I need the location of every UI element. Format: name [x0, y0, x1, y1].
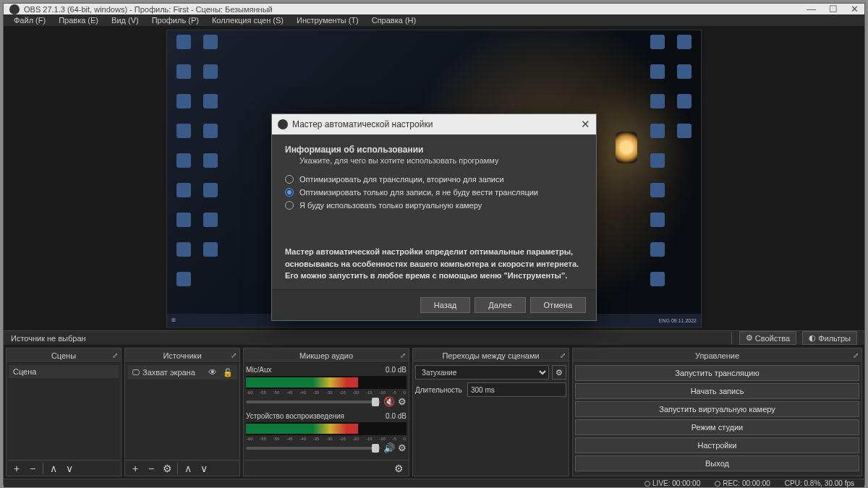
- live-status: LIVE: 00:00:00: [652, 479, 700, 487]
- remove-source-button[interactable]: −: [144, 462, 158, 475]
- controls-title: Управление: [695, 351, 739, 360]
- settings-button[interactable]: Настройки: [575, 437, 859, 453]
- menu-scene-collection[interactable]: Коллекция сцен (S): [206, 14, 289, 26]
- sources-title: Источники: [163, 351, 201, 360]
- filter-icon: ◐: [809, 333, 816, 343]
- radio-icon: [285, 201, 294, 210]
- visibility-icon[interactable]: 👁: [208, 367, 217, 377]
- auto-config-wizard: Мастер автоматической настройки ✕ Информ…: [271, 114, 597, 321]
- minimize-button[interactable]: —: [807, 4, 816, 14]
- source-toolbar: Источник не выбран Свойства ◐Фильтры: [4, 330, 864, 346]
- channel-name: Mic/Aux: [246, 366, 272, 374]
- scenes-title: Сцены: [51, 351, 76, 360]
- wizard-titlebar: Мастер автоматической настройки ✕: [272, 114, 596, 134]
- duration-input[interactable]: [467, 382, 566, 397]
- preview-area: ⊞ENG 09.11.2022 Мастер автоматической на…: [4, 27, 864, 330]
- channel-name: Устройство воспроизведения: [246, 412, 344, 420]
- volume-slider[interactable]: [246, 447, 380, 450]
- menu-view[interactable]: Вид (V): [106, 14, 145, 26]
- wizard-option-virtualcam[interactable]: Я буду использовать только виртуальную к…: [285, 201, 583, 210]
- live-indicator-icon: [644, 481, 650, 487]
- wizard-option-streaming[interactable]: Оптимизировать для трансляции, вторично …: [285, 175, 583, 184]
- menu-edit[interactable]: Правка (E): [53, 14, 104, 26]
- controls-dock: Управление⤢ Запустить трансляцию Начать …: [572, 348, 862, 476]
- sources-dock: Источники⤢ 🖵Захват экрана👁🔓 + − ∧ ∨: [124, 348, 240, 476]
- popout-icon[interactable]: ⤢: [112, 351, 118, 359]
- cpu-status: CPU: 0.8%, 30.00 fps: [785, 479, 854, 487]
- channel-settings-button[interactable]: [398, 396, 407, 407]
- audio-meter: [246, 422, 407, 435]
- close-button[interactable]: ✕: [851, 4, 859, 14]
- source-down-button[interactable]: ∨: [197, 462, 211, 475]
- titlebar: OBS 27.1.3 (64-bit, windows) - Профиль: …: [4, 4, 864, 14]
- audio-mixer-dock: Микшер аудио⤢ Mic/Aux0.0 dB -60-55-50-45…: [243, 348, 409, 476]
- wizard-next-button[interactable]: Далее: [475, 297, 525, 313]
- wizard-info-1: Мастер автоматической настройки определи…: [285, 247, 579, 268]
- popout-icon[interactable]: ⤢: [231, 351, 237, 359]
- lock-icon[interactable]: 🔓: [223, 368, 233, 377]
- source-item[interactable]: 🖵Захват экрана👁🔓: [127, 365, 237, 380]
- app-window: OBS 27.1.3 (64-bit, windows) - Профиль: …: [3, 3, 865, 485]
- radio-icon: [285, 188, 294, 197]
- obs-logo-icon: [9, 4, 20, 14]
- wizard-cancel-button[interactable]: Отмена: [530, 297, 586, 313]
- start-streaming-button[interactable]: Запустить трансляцию: [575, 365, 859, 381]
- menubar: Файл (F) Правка (E) Вид (V) Профиль (P) …: [4, 14, 864, 27]
- add-source-button[interactable]: +: [128, 462, 142, 475]
- wizard-title: Мастер автоматической настройки: [292, 119, 433, 129]
- wizard-back-button[interactable]: Назад: [420, 297, 471, 313]
- start-recording-button[interactable]: Начать запись: [575, 383, 859, 399]
- transition-settings-button[interactable]: [552, 365, 566, 380]
- transitions-dock: Переходы между сценами⤢ Затухание Длител…: [412, 348, 569, 476]
- title-text: OBS 27.1.3 (64-bit, windows) - Профиль: …: [24, 5, 273, 14]
- wizard-info-2: Его можно запустить в любое время с помо…: [285, 271, 567, 280]
- popout-icon[interactable]: ⤢: [853, 351, 859, 359]
- source-settings-button[interactable]: [160, 462, 174, 475]
- obs-logo-icon: [278, 119, 288, 129]
- wizard-option-recording[interactable]: Оптимизировать только для записи, я не б…: [285, 188, 583, 197]
- channel-settings-button[interactable]: [398, 442, 407, 453]
- rec-status: REC: 00:00:00: [723, 479, 770, 487]
- add-scene-button[interactable]: +: [9, 462, 24, 475]
- gear-icon: [746, 333, 753, 343]
- popout-icon[interactable]: ⤢: [560, 351, 566, 359]
- popout-icon[interactable]: ⤢: [400, 351, 406, 359]
- transition-select[interactable]: Затухание: [415, 365, 549, 380]
- properties-button[interactable]: Свойства: [739, 331, 796, 345]
- duration-label: Длительность: [415, 386, 464, 394]
- menu-tools[interactable]: Инструменты (T): [291, 14, 365, 26]
- channel-db: 0.0 dB: [386, 366, 407, 374]
- statusbar: LIVE: 00:00:00 REC: 00:00:00 CPU: 0.8%, …: [4, 479, 864, 487]
- mute-icon[interactable]: 🔇: [383, 396, 395, 407]
- wizard-subtitle: Укажите, для чего вы хотите использовать…: [299, 156, 583, 165]
- mixer-settings-button[interactable]: [391, 462, 406, 475]
- maximize-button[interactable]: ☐: [829, 4, 838, 14]
- display-icon: 🖵: [132, 368, 140, 377]
- scene-up-button[interactable]: ∧: [46, 462, 61, 475]
- menu-profile[interactable]: Профиль (P): [146, 14, 205, 26]
- scene-item[interactable]: Сцена: [9, 365, 119, 378]
- radio-icon: [285, 175, 294, 184]
- scenes-dock: Сцены⤢ Сцена + − ∧ ∨: [6, 348, 122, 476]
- source-up-button[interactable]: ∧: [181, 462, 195, 475]
- start-virtualcam-button[interactable]: Запустить виртуальную камеру: [575, 401, 859, 417]
- studio-mode-button[interactable]: Режим студии: [575, 419, 859, 435]
- wizard-heading: Информация об использовании: [285, 145, 583, 155]
- channel-db: 0.0 dB: [386, 412, 407, 420]
- mixer-title: Микшер аудио: [299, 351, 353, 360]
- filters-button[interactable]: ◐Фильтры: [802, 331, 857, 345]
- rec-indicator-icon: [715, 481, 720, 487]
- volume-slider[interactable]: [246, 401, 380, 403]
- menu-file[interactable]: Файл (F): [8, 14, 51, 26]
- transitions-title: Переходы между сценами: [442, 351, 539, 360]
- wizard-close-button[interactable]: ✕: [581, 118, 590, 131]
- speaker-icon[interactable]: 🔊: [383, 442, 395, 453]
- scene-down-button[interactable]: ∨: [62, 462, 77, 475]
- remove-scene-button[interactable]: −: [25, 462, 40, 475]
- exit-button[interactable]: Выход: [575, 455, 859, 471]
- no-source-label: Источник не выбран: [11, 334, 86, 343]
- audio-meter: [246, 376, 407, 389]
- menu-help[interactable]: Справка (H): [366, 14, 422, 26]
